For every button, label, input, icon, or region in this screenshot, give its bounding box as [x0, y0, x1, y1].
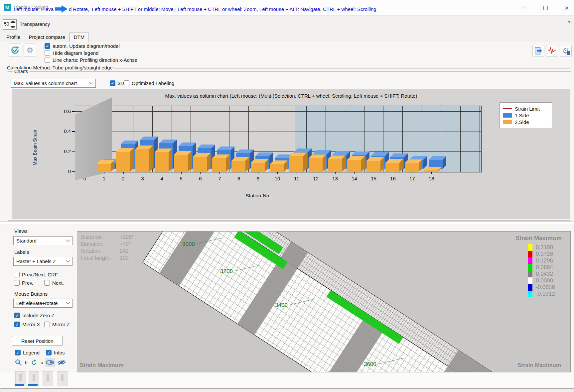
x-tick-mark [181, 172, 182, 174]
bar-2.Side[interactable] [135, 149, 149, 172]
next-checkbox[interactable] [44, 280, 50, 286]
spinner-down-button[interactable] [10, 25, 16, 30]
bar-2.Side[interactable] [405, 163, 419, 172]
strain-legend-row: 0.2160 [528, 244, 560, 251]
auto-update-checkbox[interactable] [45, 43, 50, 49]
strain-color-swatch [528, 284, 532, 291]
export-button[interactable] [532, 45, 544, 57]
line-charts-label: Line charts: Profiling direction x-Achse [53, 57, 137, 63]
mirror-x-checkbox[interactable] [14, 322, 20, 327]
x-tick-mark [200, 172, 201, 174]
chevron-down-icon [66, 300, 70, 304]
infos-checkbox[interactable] [46, 350, 52, 355]
bar-2.Side[interactable] [193, 157, 207, 172]
bar-2.Side[interactable] [231, 161, 245, 172]
camera-info: Distance:+220°Elevation:+72°Rotation:241… [80, 234, 134, 261]
x-tick-mark [374, 172, 374, 174]
bar-2.Side[interactable] [289, 156, 303, 172]
close-button[interactable]: × [562, 4, 571, 12]
transparency-spinner[interactable]: 50 [3, 19, 17, 30]
stray-letter: h [25, 360, 27, 365]
bar-2.Side[interactable] [155, 152, 169, 172]
orbit-button[interactable] [45, 358, 55, 367]
strain-legend-value: 0.1728 [536, 251, 560, 257]
prev-checkbox[interactable] [14, 280, 20, 286]
slider-thumb[interactable] [19, 374, 22, 381]
bar-2.Side[interactable] [97, 164, 111, 172]
slider-thumb[interactable] [61, 374, 64, 381]
mouse-buttons-select[interactable]: Left elevate+rotate [13, 299, 72, 308]
status-hint-text: Left mouse: Eleva d Rotate, Left mouse +… [14, 5, 376, 13]
x-tick-mark [123, 172, 124, 174]
zoom-icon [14, 358, 22, 366]
slider-thumb[interactable] [47, 374, 49, 381]
blue-marker [15, 384, 24, 386]
mini-slider[interactable] [43, 371, 53, 386]
strain-legend-title: Strain Maximum [515, 235, 562, 242]
strain-legend-value: 0.1296 [536, 257, 560, 264]
mesh-3d-viewport[interactable]: Distance:+220°Elevation:+72°Rotation:241… [77, 231, 571, 372]
x-tick-label: 1 [98, 176, 110, 181]
x-tick-mark [104, 172, 104, 174]
update-refresh-icon [10, 46, 20, 55]
tab-dtm[interactable]: DTM [70, 32, 89, 42]
slider-thumb[interactable] [33, 374, 35, 381]
strain-legend-row: 0.0432 [528, 271, 560, 277]
plot-area[interactable]: 0123456789101112131415161718 [75, 106, 482, 172]
reset-position-button[interactable]: Reset Position [12, 336, 63, 346]
camera-info-value: 100 [120, 255, 134, 261]
legend-checkbox[interactable] [15, 350, 21, 355]
dimension-label: 3000 [182, 241, 195, 247]
chart-3d-checkbox[interactable] [110, 80, 115, 86]
hide-legend-checkbox[interactable] [45, 50, 50, 56]
labels-select[interactable]: Raster + Labels Z [13, 257, 72, 266]
tab-project-compare[interactable]: Project compare [25, 33, 70, 42]
line-charts-checkbox[interactable] [45, 57, 50, 63]
include-zero-z-checkbox[interactable] [14, 313, 20, 318]
x-tick-mark [297, 172, 297, 174]
y-tick-label: 0 [54, 168, 71, 174]
gear-tasks-button[interactable]: ⚙ [560, 45, 572, 57]
bar-2.Side[interactable] [385, 163, 399, 172]
bar-2.Side[interactable] [347, 160, 361, 172]
bar-2.Side[interactable] [270, 164, 284, 172]
bar-2.Side[interactable] [251, 163, 265, 172]
bar-2.Side[interactable] [309, 158, 323, 172]
column-chart-canvas[interactable]: Max. values as column chart (Left mouse:… [12, 89, 570, 219]
signal-button[interactable] [546, 45, 558, 57]
next-label: Next. [52, 280, 64, 286]
optimized-labeling-checkbox[interactable] [124, 80, 129, 86]
auto-update-label: autom. Update diagram/model [53, 43, 120, 49]
bar-2.Side[interactable] [116, 152, 130, 172]
help-button[interactable]: ? [568, 20, 570, 25]
y-tick-label: 0.4 [54, 128, 71, 134]
bar-2.Side[interactable] [212, 158, 226, 172]
orbit-icon [45, 359, 55, 365]
x-tick-mark [162, 172, 162, 174]
bar-2.Side[interactable] [174, 155, 188, 172]
prev-next-crf-checkbox[interactable] [14, 272, 20, 277]
x-tick-label: 5 [175, 176, 187, 181]
zoom-button[interactable] [14, 358, 23, 367]
x-tick-label: 6 [194, 176, 206, 181]
mirror-z-checkbox[interactable] [44, 322, 50, 327]
bar-2.Side[interactable] [424, 170, 438, 172]
chevron-down-icon [66, 238, 70, 242]
views-select[interactable]: Standard [13, 236, 72, 245]
maximize-button[interactable] [541, 4, 550, 12]
camera-info-label: Rotation: [80, 248, 120, 254]
chart-type-select[interactable]: Max. values as column chart [11, 79, 96, 88]
rotate-button[interactable] [29, 358, 39, 367]
gridline [460, 106, 461, 172]
tab-profile[interactable]: Profile [2, 33, 25, 42]
mini-slider[interactable] [57, 371, 68, 386]
eye-hide-button[interactable] [57, 358, 66, 367]
bar-2.Side[interactable] [366, 161, 380, 172]
minimize-button[interactable] [520, 4, 528, 12]
bar-2.Side[interactable] [328, 159, 342, 172]
chevron-down-icon [89, 80, 93, 84]
settings-button[interactable]: ⚙ [24, 44, 36, 57]
strain-legend-row: 0.0000 [528, 277, 560, 284]
spinner-up-button[interactable] [10, 20, 16, 25]
update-refresh-button[interactable] [9, 44, 21, 57]
